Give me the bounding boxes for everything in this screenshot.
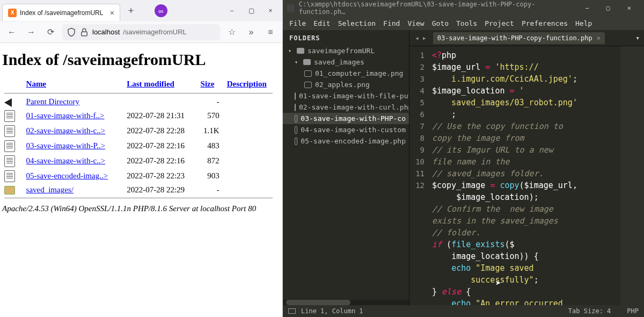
- sidebar-item[interactable]: 04-save-image-with-custom: [283, 124, 409, 135]
- sidebar-item[interactable]: 01-save-image-with-file-put: [283, 90, 409, 102]
- tab-nav-left-icon[interactable]: ◂: [415, 34, 419, 42]
- mouse-cursor-icon: ➤: [495, 277, 501, 289]
- menu-help[interactable]: Help: [575, 19, 592, 27]
- listing-size: 483: [199, 139, 225, 154]
- panel-icon[interactable]: [288, 308, 296, 314]
- listing-modified: 2022-07-28 22:29: [125, 184, 198, 197]
- window-close-button[interactable]: ×: [619, 4, 640, 12]
- status-bar: Line 1, Column 1 Tab Size: 4 PHP: [283, 305, 644, 317]
- tab-close-icon[interactable]: ×: [597, 34, 601, 42]
- menu-project[interactable]: Project: [485, 19, 514, 27]
- app-icon: [287, 4, 295, 12]
- hamburger-menu-button[interactable]: ≡: [263, 25, 278, 40]
- listing-link[interactable]: 01-save-image-with-f..>: [26, 111, 105, 120]
- sidebar-item[interactable]: 01_computer_image.png: [283, 68, 409, 79]
- server-footer: Apache/2.4.53 (Win64) OpenSSL/1.1.1n PHP…: [2, 204, 278, 213]
- listing-modified: 2022-07-28 22:16: [125, 154, 198, 169]
- tab-nav-right-icon[interactable]: ▸: [422, 34, 427, 42]
- listing-size: -: [199, 184, 225, 197]
- file-icon: [295, 92, 296, 100]
- extension-pill-icon[interactable]: ∞: [155, 4, 167, 17]
- page-content: Index of /saveimagefromURL Name Last mod…: [0, 43, 282, 317]
- forward-button[interactable]: →: [24, 25, 39, 40]
- window-maximize-button[interactable]: ▢: [598, 4, 619, 12]
- firefox-window: X Index of /saveimagefromURL × + ∞ − ▢ ×…: [0, 0, 283, 317]
- address-path: /saveimagefromURL: [123, 28, 187, 36]
- window-close-button[interactable]: ×: [261, 3, 280, 19]
- browser-tab[interactable]: X Index of /saveimagefromURL ×: [2, 4, 120, 21]
- sidebar-item[interactable]: 05-save-encoded-image.php: [283, 135, 409, 147]
- sidebar-item[interactable]: ▾saveimagefromURL: [283, 45, 409, 56]
- menu-tools[interactable]: Tools: [456, 19, 477, 27]
- tab-bar: X Index of /saveimagefromURL × + ∞ − ▢ ×: [0, 0, 282, 21]
- listing-modified: 2022-07-28 22:28: [125, 124, 198, 139]
- tab-title: Index of /saveimagefromURL: [20, 9, 107, 17]
- sidebar-item-label: 02_apples.png: [315, 81, 370, 89]
- bookmark-star-button[interactable]: ☆: [224, 25, 239, 40]
- window-maximize-button[interactable]: ▢: [241, 3, 261, 19]
- listing-row: Parent Directory-: [2, 96, 278, 109]
- sublime-window: C:\xampp\htdocs\saveimagefromURL\03-save…: [283, 0, 644, 317]
- col-desc[interactable]: Description: [227, 80, 267, 88]
- window-minimize-button[interactable]: −: [222, 3, 241, 19]
- sidebar-item[interactable]: 02-save-image-with-curl.php: [283, 102, 409, 113]
- editor-tabbar: ◂ ▸ 03-save-image-with-PHP-copy-function…: [409, 30, 644, 46]
- svg-rect-0: [82, 32, 87, 36]
- menu-selection[interactable]: Selection: [338, 19, 376, 27]
- address-bar[interactable]: localhost/saveimagefromURL: [62, 24, 220, 40]
- folder-icon: [297, 48, 304, 54]
- editor-tab[interactable]: 03-save-image-with-PHP-copy-function.php…: [433, 32, 605, 44]
- disclosure-arrow-icon[interactable]: ▾: [295, 59, 300, 65]
- listing-size: 872: [199, 154, 225, 169]
- menu-find[interactable]: Find: [383, 19, 400, 27]
- overflow-button[interactable]: »: [244, 25, 259, 40]
- image-icon: [304, 82, 312, 88]
- code-area[interactable]: <?php$image_url = 'https:// i.imgur.com/…: [429, 46, 620, 305]
- listing-row: 03-save-image-with-P..>2022-07-28 22:164…: [2, 139, 278, 154]
- address-host: localhost: [92, 28, 120, 36]
- listing-size: 1.1K: [199, 124, 225, 139]
- window-minimize-button[interactable]: −: [576, 4, 597, 12]
- listing-link[interactable]: 04-save-image-with-c..>: [26, 156, 106, 165]
- tab-context-icon[interactable]: ▾: [635, 34, 640, 42]
- status-lang[interactable]: PHP: [627, 307, 639, 315]
- file-icon: [295, 104, 296, 111]
- toolbar: ← → ⟳ localhost/saveimagefromURL ☆ » ≡: [0, 21, 282, 43]
- col-size[interactable]: Size: [201, 80, 215, 88]
- col-modified[interactable]: Last modified: [127, 80, 174, 88]
- menu-edit[interactable]: Edit: [313, 19, 330, 27]
- listing-link[interactable]: 05-save-encoded-imag..>: [26, 171, 108, 180]
- sidebar-item[interactable]: ▾saved_images: [283, 56, 409, 68]
- menu-view[interactable]: View: [407, 19, 424, 27]
- sidebar-item-label: saved_images: [314, 58, 364, 66]
- listing-row: saved_images/2022-07-28 22:29-: [2, 184, 278, 197]
- listing-row: 02-save-image-with-c..>2022-07-28 22:281…: [2, 124, 278, 139]
- tab-close-icon[interactable]: ×: [110, 9, 114, 17]
- listing-modified: 2022-07-28 22:23: [125, 169, 198, 184]
- menu-file[interactable]: File: [289, 19, 306, 27]
- sidebar-item[interactable]: 03-save-image-with-PHP-co: [283, 113, 409, 124]
- sidebar-heading: FOLDERS: [283, 30, 409, 45]
- listing-link[interactable]: 02-save-image-with-c..>: [26, 126, 106, 135]
- listing-size: 570: [199, 109, 225, 124]
- sidebar-scrollbar[interactable]: [283, 300, 409, 305]
- col-name[interactable]: Name: [26, 80, 47, 88]
- sidebar-item-label: 02-save-image-with-curl.php: [299, 103, 409, 111]
- menu-preferences[interactable]: Preferences: [522, 19, 568, 27]
- back-button[interactable]: ←: [4, 25, 19, 40]
- listing-row: 05-save-encoded-imag..>2022-07-28 22:239…: [2, 169, 278, 184]
- sidebar-item-label: 03-save-image-with-PHP-co: [301, 114, 406, 123]
- listing-link[interactable]: Parent Directory: [26, 97, 80, 106]
- sidebar-item[interactable]: 02_apples.png: [283, 79, 409, 90]
- reload-button[interactable]: ⟳: [43, 25, 58, 40]
- image-icon: [304, 70, 312, 77]
- lock-icon: [79, 27, 89, 37]
- disclosure-arrow-icon[interactable]: ▾: [288, 48, 294, 54]
- minimap[interactable]: [620, 46, 644, 305]
- listing-link[interactable]: saved_images/: [26, 185, 74, 194]
- new-tab-button[interactable]: +: [123, 3, 138, 18]
- titlebar[interactable]: C:\xampp\htdocs\saveimagefromURL\03-save…: [283, 0, 644, 16]
- status-tabsize[interactable]: Tab Size: 4: [568, 307, 611, 315]
- listing-link[interactable]: 03-save-image-with-P..>: [26, 141, 106, 150]
- menu-goto[interactable]: Goto: [432, 19, 449, 27]
